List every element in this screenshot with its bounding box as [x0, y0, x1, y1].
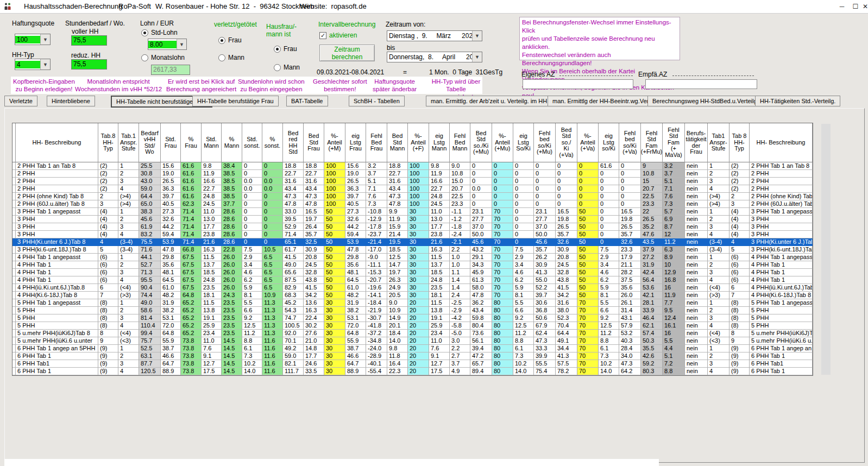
- zeitraum-bis-select[interactable]: Donnerstag, 8. April 2021 ▼: [387, 52, 482, 62]
- table-cell[interactable]: 30: [408, 284, 429, 292]
- table-cell[interactable]: 47.8: [387, 200, 408, 208]
- table-cell[interactable]: 65.7: [470, 360, 492, 368]
- table-cell[interactable]: 18.1: [202, 292, 222, 299]
- table-cell[interactable]: 0: [619, 200, 641, 208]
- table-cell[interactable]: 3 PHH: [16, 223, 98, 231]
- table-cell[interactable]: (4): [729, 231, 750, 238]
- table-cell[interactable]: 8.9: [663, 254, 685, 261]
- table-cell[interactable]: 11.6: [262, 337, 283, 345]
- table-cell[interactable]: 11.9: [202, 170, 222, 178]
- table-cell[interactable]: 53.1: [345, 314, 366, 322]
- table-cell[interactable]: 14.9: [387, 314, 408, 322]
- table-cell[interactable]: 0: [513, 185, 534, 193]
- table-row[interactable]: 4 PHH(iü.Ki.unt.6J.)Tab.86(<4)90.461.067…: [12, 284, 813, 292]
- table-cell[interactable]: 31.9: [345, 299, 366, 307]
- table-cell[interactable]: 4: [98, 238, 118, 246]
- table-cell[interactable]: -14.1: [366, 292, 387, 299]
- table-cell[interactable]: nein: [685, 360, 708, 368]
- table-cell[interactable]: 19.7: [387, 269, 408, 276]
- table-cell[interactable]: 13.0: [202, 216, 222, 223]
- table-cell[interactable]: 30: [324, 337, 345, 345]
- table-cell[interactable]: 5: [98, 246, 118, 254]
- table-cell[interactable]: 50: [324, 238, 345, 246]
- table-cell[interactable]: -40.1: [366, 360, 387, 368]
- table-cell[interactable]: 7: [729, 292, 750, 299]
- table-row[interactable]: 5 PHH(8)381.453.165.219.123.59.211.374.7…: [12, 314, 813, 322]
- table-cell[interactable]: 71.3: [139, 269, 161, 276]
- table-cell[interactable]: 2 PHH Tab 1 an Tab 8: [750, 162, 813, 170]
- table-cell[interactable]: 30.9: [304, 246, 324, 254]
- table-cell[interactable]: 2: [118, 352, 139, 360]
- table-cell[interactable]: 80.3: [641, 368, 663, 375]
- table-cell[interactable]: 56.4: [641, 276, 663, 284]
- chevron-down-icon[interactable]: ▼: [472, 31, 482, 41]
- table-cell[interactable]: 4.6: [513, 269, 534, 276]
- table-cell[interactable]: 30.6: [534, 299, 556, 307]
- table-cell[interactable]: 29.1: [470, 254, 492, 261]
- table-cell[interactable]: 5.9: [599, 284, 619, 292]
- table-cell[interactable]: 0: [556, 185, 577, 193]
- table-cell[interactable]: 62.1: [641, 322, 663, 330]
- table-cell[interactable]: 13.8: [429, 307, 450, 314]
- table-cell[interactable]: 100: [324, 185, 345, 193]
- table-cell[interactable]: 3: [98, 200, 118, 208]
- table-cell[interactable]: 0: [619, 170, 641, 178]
- table-cell[interactable]: 3 PHH(Ki.unter 6 J.)Tab 8: [16, 238, 98, 246]
- table-cell[interactable]: 61.0: [161, 284, 181, 292]
- table-cell[interactable]: 26.0: [619, 292, 641, 299]
- table-cell[interactable]: 2.9: [242, 254, 262, 261]
- table-cell[interactable]: 7.3: [663, 200, 685, 208]
- table-cell[interactable]: 55.5: [534, 360, 556, 368]
- table-cell[interactable]: 36.3: [345, 185, 366, 193]
- table-cell[interactable]: 22.7: [202, 185, 222, 193]
- table-cell[interactable]: (2): [729, 162, 750, 170]
- table-cell[interactable]: 3 PHH(Ki.unter 6 J.)Tab: [750, 238, 813, 246]
- table-cell[interactable]: 5 PHH: [16, 314, 98, 322]
- table-cell[interactable]: 32.6: [619, 238, 641, 246]
- table-cell[interactable]: 95.5: [139, 276, 161, 284]
- table-cell[interactable]: 41.5: [283, 254, 304, 261]
- table-cell[interactable]: 4: [708, 231, 729, 238]
- table-cell[interactable]: 0: [262, 223, 283, 231]
- table-cell[interactable]: 30: [324, 307, 345, 314]
- table-cell[interactable]: 7.6: [429, 345, 450, 352]
- table-cell[interactable]: 40.5: [161, 200, 181, 208]
- table-cell[interactable]: 36.8: [534, 307, 556, 314]
- table-cell[interactable]: 18.5: [429, 269, 450, 276]
- table-cell[interactable]: 70.1: [283, 337, 304, 345]
- table-cell[interactable]: nein: [685, 216, 708, 223]
- table-cell[interactable]: 4: [118, 185, 139, 193]
- table-cell[interactable]: 44.2: [345, 223, 366, 231]
- table-cell[interactable]: 50: [577, 276, 599, 284]
- tab-hh-tätigkeiten-std-verteilg-[interactable]: HH-Tätigkeiten Std.-Verteilg.: [755, 96, 840, 106]
- table-cell[interactable]: (8): [98, 307, 118, 314]
- table-cell[interactable]: 70: [577, 352, 599, 360]
- table-cell[interactable]: 72.0: [345, 322, 366, 330]
- table-cell[interactable]: 23.1: [470, 208, 492, 216]
- table-cell[interactable]: 67.5: [181, 276, 202, 284]
- table-cell[interactable]: 26.1: [619, 299, 641, 307]
- table-cell[interactable]: 62.4: [534, 330, 556, 337]
- table-cell[interactable]: 47.8: [283, 200, 304, 208]
- table-cell[interactable]: 9.1: [202, 352, 222, 360]
- table-cell[interactable]: (>4): [708, 200, 729, 208]
- table-cell[interactable]: -21.4: [366, 238, 387, 246]
- table-cell[interactable]: 4: [118, 276, 139, 284]
- table-cell[interactable]: 0: [513, 162, 534, 170]
- table-cell[interactable]: (2): [729, 185, 750, 193]
- table-cell[interactable]: 57.5: [556, 360, 577, 368]
- table-cell[interactable]: -17.0: [366, 246, 387, 254]
- table-cell[interactable]: 1.4: [450, 284, 470, 292]
- table-cell[interactable]: 27.7: [534, 216, 556, 223]
- table-cell[interactable]: 6.6: [242, 307, 262, 314]
- table-cell[interactable]: 5 PHH: [16, 307, 98, 314]
- table-cell[interactable]: 44.1: [139, 254, 161, 261]
- table-cell[interactable]: 70: [492, 246, 513, 254]
- table-cell[interactable]: 23.5: [202, 284, 222, 292]
- table-cell[interactable]: 4 PHH Tab 1: [16, 261, 98, 269]
- table-cell[interactable]: 50: [324, 292, 345, 299]
- table-cell[interactable]: 22.5: [450, 193, 470, 200]
- table-cell[interactable]: 30: [408, 269, 429, 276]
- table-cell[interactable]: (9): [98, 360, 118, 368]
- table-cell[interactable]: 0: [262, 200, 283, 208]
